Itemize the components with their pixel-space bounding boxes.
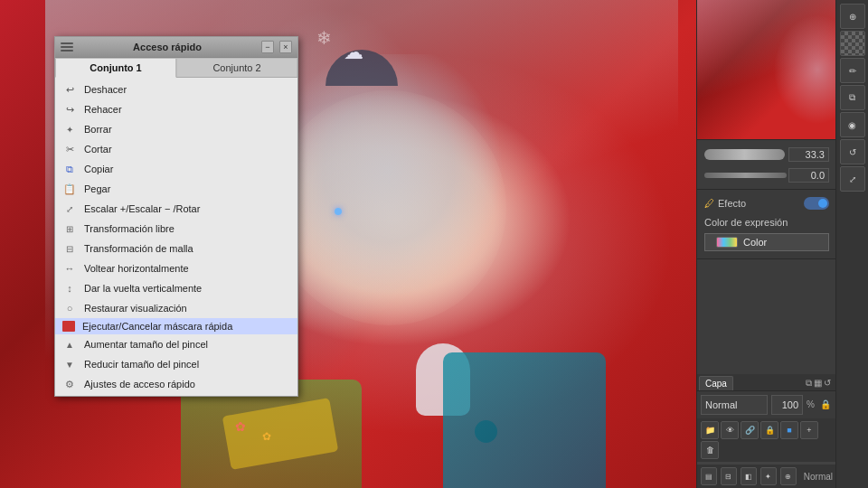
quick-mask-label: Ejecutar/Cancelar máscara rápida xyxy=(82,321,232,332)
layer-tab-icons: ⧉ ▦ ↺ xyxy=(802,376,835,390)
qa-item-copy[interactable]: ⧉ Copiar xyxy=(55,159,297,179)
brush-down-icon: ▼ xyxy=(62,357,77,371)
quick-settings-label: Ajustes de acceso rápido xyxy=(84,379,195,389)
layer-effect-btn[interactable]: ✦ xyxy=(760,467,777,485)
qa-item-erase[interactable]: ✦ Borrar xyxy=(55,119,297,139)
color-button[interactable]: Color xyxy=(704,233,829,251)
paste-label: Pegar xyxy=(84,183,110,194)
flip-h-icon: ↔ xyxy=(62,261,77,276)
layer-mask-btn[interactable]: ◧ xyxy=(741,467,757,485)
scale-label: Escalar +/Escalar − /Rotar xyxy=(84,203,200,214)
brush-size-value[interactable]: 33.3 xyxy=(788,147,829,162)
layer-flatten-btn[interactable]: ⊟ xyxy=(721,467,737,485)
quick-access-panel: Acceso rápido − × Conjunto 1 Conjunto 2 … xyxy=(54,36,298,397)
opacity-input[interactable] xyxy=(771,395,803,415)
effect-section: 🖊 Efecto Color de expresión Color xyxy=(697,190,836,259)
new-layer-btn[interactable]: + xyxy=(800,421,818,439)
brush-angle-value[interactable]: 0.0 xyxy=(788,168,829,183)
quick-mask-icon xyxy=(62,321,75,332)
paste-icon: 📋 xyxy=(62,182,77,196)
flip-v-icon: ↕ xyxy=(62,281,77,296)
normal-label: Normal xyxy=(804,472,833,482)
new-folder-btn[interactable]: 📁 xyxy=(701,421,719,439)
blend-mode-select[interactable]: Normal xyxy=(701,395,768,415)
layer-bottom-toolbar: ▤ ⊟ ◧ ✦ ⊕ Normal xyxy=(697,465,836,488)
qa-tab2-label: Conjunto 2 xyxy=(212,62,260,73)
hamburger-icon[interactable] xyxy=(61,42,73,52)
brush-down-label: Reducir tamaño del pincel xyxy=(84,359,199,370)
layer-color-btn[interactable]: ■ xyxy=(780,421,798,439)
minimize-btn[interactable]: − xyxy=(261,41,274,53)
qa-tab-1[interactable]: Conjunto 1 xyxy=(55,58,176,78)
cut-label: Cortar xyxy=(84,144,112,155)
opacity-percent: % xyxy=(807,399,815,409)
qa-item-free-transform[interactable]: ⊞ Transformación libre xyxy=(55,219,297,239)
checker-btn[interactable] xyxy=(840,31,865,56)
lock-btn[interactable]: 🔒 xyxy=(818,398,833,412)
brush-up-icon: ▲ xyxy=(62,337,77,352)
brush-up-label: Aumentar tamaño del pincel xyxy=(84,339,208,350)
brush-tool-btn[interactable]: ✏ xyxy=(840,58,865,83)
color-button-label: Color xyxy=(743,237,767,248)
free-transform-icon: ⊞ xyxy=(62,221,77,236)
expression-color-row: Color de expresión xyxy=(701,213,833,231)
qa-item-scale[interactable]: ⤢ Escalar +/Escalar − /Rotar xyxy=(55,199,297,219)
quick-settings-icon: ⚙ xyxy=(62,377,77,391)
flip-h-label: Voltear horizontalmente xyxy=(84,263,189,274)
right-panel: 33.3 0.0 🖊 Efecto Color de expresión xyxy=(696,0,868,488)
qa-titlebar: Acceso rápido − × xyxy=(55,37,297,58)
brush-preview: 33.3 xyxy=(701,144,833,165)
brush-settings-section: 33.3 0.0 xyxy=(697,140,836,190)
right-content: 33.3 0.0 🖊 Efecto Color de expresión xyxy=(697,0,836,488)
effect-toggle[interactable] xyxy=(804,197,829,210)
tool-icons-column: ⊕ ✏ ⧉ ◉ ↺ ⤢ xyxy=(835,0,868,488)
undo-label: Deshacer xyxy=(84,84,127,95)
qa-tab-2[interactable]: Conjunto 2 xyxy=(176,58,297,77)
qa-tabs: Conjunto 1 Conjunto 2 xyxy=(55,58,297,78)
qa-item-quick-settings[interactable]: ⚙ Ajustes de acceso rápido xyxy=(55,374,297,394)
qa-item-cut[interactable]: ✂ Cortar xyxy=(55,139,297,159)
qa-item-mesh-transform[interactable]: ⊟ Transformación de malla xyxy=(55,239,297,258)
layer-tabs: Capa ⧉ ▦ ↺ xyxy=(697,374,836,391)
brush-stroke-preview xyxy=(704,149,785,160)
delete-layer-btn[interactable]: 🗑 xyxy=(701,441,719,459)
qa-item-redo[interactable]: ↪ Rehacer xyxy=(55,99,297,119)
mesh-transform-icon: ⊟ xyxy=(62,241,77,256)
layer-merge-btn[interactable]: ▤ xyxy=(701,467,717,485)
property-row: 🖊 Efecto xyxy=(701,193,833,213)
qa-title: Acceso rápido xyxy=(79,42,256,52)
qa-item-quick-mask[interactable]: Ejecutar/Cancelar máscara rápida xyxy=(55,318,297,334)
qa-item-flip-v[interactable]: ↕ Dar la vuelta verticalmente xyxy=(55,278,297,298)
mesh-transform-label: Transformación de malla xyxy=(84,243,193,254)
property-label: Efecto xyxy=(718,198,746,209)
navigator-btn[interactable]: ⊕ xyxy=(840,4,865,29)
erase-icon: ✦ xyxy=(62,122,77,136)
lock-layer-btn[interactable]: 🔒 xyxy=(760,421,778,439)
history-btn[interactable]: ↺ xyxy=(840,139,865,164)
layer-toolbar: 📁 👁 🔗 🔒 ■ + 🗑 xyxy=(697,418,836,462)
qa-item-paste[interactable]: 📋 Pegar xyxy=(55,179,297,199)
brush-angle-row: 0.0 xyxy=(701,165,833,185)
brush-angle-preview xyxy=(704,173,787,178)
layer-panel-btn[interactable]: ⧉ xyxy=(840,85,865,110)
layer-icon-1[interactable]: ⧉ xyxy=(806,378,812,389)
color-swatch xyxy=(716,237,738,248)
qa-items-list: ↩ Deshacer ↪ Rehacer ✦ Borrar ✂ Cortar ⧉… xyxy=(55,78,297,396)
layer-link-btn[interactable]: 🔗 xyxy=(741,421,759,439)
qa-item-brush-down[interactable]: ▼ Reducir tamaño del pincel xyxy=(55,354,297,374)
layer-section: Capa ⧉ ▦ ↺ Normal % 🔒 📁 👁 🔗 xyxy=(697,374,836,489)
transform-btn[interactable]: ⤢ xyxy=(840,166,865,192)
qa-item-undo[interactable]: ↩ Deshacer xyxy=(55,80,297,99)
qa-item-restore-view[interactable]: ○ Restaurar visualización xyxy=(55,298,297,318)
layer-tab[interactable]: Capa xyxy=(699,376,733,390)
redo-label: Rehacer xyxy=(84,104,122,115)
layer-icon-3[interactable]: ↺ xyxy=(824,378,831,388)
expression-color-label: Color de expresión xyxy=(704,217,788,228)
layer-ref-btn[interactable]: ⊕ xyxy=(780,467,797,485)
qa-item-brush-up[interactable]: ▲ Aumentar tamaño del pincel xyxy=(55,334,297,354)
eye-btn[interactable]: 👁 xyxy=(721,421,739,439)
close-btn[interactable]: × xyxy=(279,41,292,53)
qa-item-flip-h[interactable]: ↔ Voltear horizontalmente xyxy=(55,258,297,278)
color-panel-btn[interactable]: ◉ xyxy=(840,112,865,137)
layer-icon-2[interactable]: ▦ xyxy=(814,378,822,388)
